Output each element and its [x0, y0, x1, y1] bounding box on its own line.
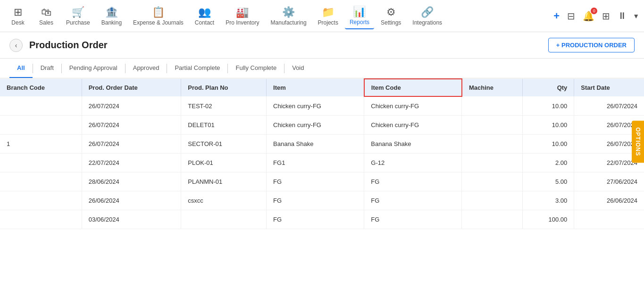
cell-qty: 2.00	[523, 154, 574, 172]
page-header: ‹ Production Order + PRODUCTION ORDER	[0, 32, 644, 59]
cell-item: FG1	[267, 154, 364, 172]
production-orders-table: Branch Code Prod. Order Date Prod. Plan …	[0, 78, 644, 229]
proinventory-icon: 🏭	[236, 6, 249, 18]
cell-item-code: FG	[364, 172, 462, 191]
nav-sales-label: Sales	[39, 19, 53, 26]
back-button[interactable]: ‹	[9, 39, 23, 52]
cell-branch-code	[0, 191, 82, 210]
nav-desk[interactable]: ⊞ Desk	[5, 3, 31, 29]
cell-machine	[462, 191, 523, 210]
nav-sales[interactable]: 🛍 Sales	[33, 3, 59, 29]
cell-branch-code: 1	[0, 135, 82, 154]
notification-badge: 0	[591, 8, 597, 14]
nav-reports[interactable]: 📊 Reports	[345, 3, 374, 29]
col-machine[interactable]: Machine	[462, 79, 523, 96]
back-icon: ‹	[15, 42, 17, 49]
desk-icon: ⊞	[14, 6, 22, 18]
cell-prod-plan-no: TEST-02	[181, 96, 267, 116]
nav-integrations-label: Integrations	[412, 19, 442, 26]
cell-prod-order-date: 26/07/2024	[82, 96, 181, 116]
pause-button[interactable]: ⏸	[616, 9, 629, 23]
options-sidebar[interactable]: OPTIONS	[632, 120, 644, 163]
table-row[interactable]: 26/07/2024 TEST-02 Chicken curry-FG Chic…	[0, 96, 644, 116]
col-qty[interactable]: Qty	[523, 79, 574, 96]
nav-proinventory-label: Pro Inventory	[226, 19, 259, 26]
tab-all-label: All	[17, 64, 25, 71]
tab-pending-approval[interactable]: Pending Approval	[62, 59, 125, 78]
col-item-code[interactable]: Item Code	[364, 79, 462, 96]
dropdown-chevron[interactable]: ▼	[633, 12, 639, 20]
cell-item: Chicken curry-FG	[267, 96, 364, 116]
nav-contact[interactable]: 👥 Contact	[190, 3, 219, 29]
cell-machine	[462, 154, 523, 172]
cell-prod-plan-no: SECTOR-01	[181, 135, 267, 154]
cell-prod-plan-no: DELET01	[181, 116, 267, 135]
tab-void[interactable]: Void	[284, 59, 311, 78]
apps-button[interactable]: ⊞	[600, 9, 612, 24]
nav-settings-label: Settings	[381, 19, 401, 26]
tab-partial-complete[interactable]: Partial Complete	[167, 59, 227, 78]
col-item[interactable]: Item	[267, 79, 364, 96]
nav-integrations[interactable]: 🔗 Integrations	[408, 3, 447, 29]
cell-item-code: Banana Shake	[364, 135, 462, 154]
add-nav-button[interactable]: +	[552, 8, 561, 24]
expense-icon: 📋	[152, 6, 165, 18]
tab-pending-label: Pending Approval	[69, 64, 117, 71]
tab-draft[interactable]: Draft	[33, 59, 61, 78]
table-header-row: Branch Code Prod. Order Date Prod. Plan …	[0, 79, 644, 96]
col-branch-code[interactable]: Branch Code	[0, 79, 82, 96]
cell-prod-plan-no: PLOK-01	[181, 154, 267, 172]
nav-manufacturing[interactable]: ⚙️ Manufacturing	[266, 3, 311, 29]
nav-purchase[interactable]: 🛒 Purchase	[61, 3, 95, 29]
table-row[interactable]: 26/07/2024 DELET01 Chicken curry-FG Chic…	[0, 116, 644, 135]
table-row[interactable]: 03/06/2024 FG FG 100.00	[0, 210, 644, 229]
tab-fully-label: Fully Complete	[235, 64, 276, 71]
projects-icon: 📁	[322, 6, 335, 18]
notification-button[interactable]: 🔔 0	[581, 9, 596, 24]
table-row[interactable]: 26/06/2024 csxcc FG FG 3.00 26/06/2024	[0, 191, 644, 210]
tab-approved[interactable]: Approved	[125, 59, 167, 78]
col-start-date[interactable]: Start Date	[574, 79, 644, 96]
tab-partial-label: Partial Complete	[175, 64, 220, 71]
nav-reports-label: Reports	[350, 19, 369, 26]
nav-banking-label: Banking	[101, 19, 122, 26]
manufacturing-icon: ⚙️	[282, 6, 295, 18]
table-row[interactable]: 1 26/07/2024 SECTOR-01 Banana Shake Bana…	[0, 135, 644, 154]
sales-icon: 🛍	[41, 6, 51, 18]
options-label: OPTIONS	[635, 127, 641, 156]
cell-item-code: FG	[364, 210, 462, 229]
nav-expense[interactable]: 📋 Expense & Journals	[128, 3, 188, 29]
cell-prod-order-date: 28/06/2024	[82, 172, 181, 191]
cell-machine	[462, 172, 523, 191]
nav-manufacturing-label: Manufacturing	[271, 19, 307, 26]
reports-icon: 📊	[353, 6, 366, 18]
cell-branch-code	[0, 116, 82, 135]
tab-all[interactable]: All	[9, 59, 33, 78]
col-prod-plan-no[interactable]: Prod. Plan No	[181, 79, 267, 96]
nav-expense-label: Expense & Journals	[133, 19, 184, 26]
col-prod-order-date[interactable]: Prod. Order Date	[82, 79, 181, 96]
cell-item-code: Chicken curry-FG	[364, 116, 462, 135]
nav-banking[interactable]: 🏦 Banking	[97, 3, 126, 29]
table-row[interactable]: 22/07/2024 PLOK-01 FG1 G-12 2.00 22/07/2…	[0, 154, 644, 172]
table-row[interactable]: 28/06/2024 PLANMN-01 FG FG 5.00 27/06/20…	[0, 172, 644, 191]
cell-item: Banana Shake	[267, 135, 364, 154]
nav-settings[interactable]: ⚙ Settings	[376, 3, 406, 29]
cell-branch-code	[0, 172, 82, 191]
settings-icon: ⚙	[386, 6, 396, 18]
banking-icon: 🏦	[105, 6, 118, 18]
nav-proinventory[interactable]: 🏭 Pro Inventory	[221, 3, 264, 29]
cell-branch-code	[0, 154, 82, 172]
cell-machine	[462, 116, 523, 135]
grid-icon-button[interactable]: ⊟	[565, 9, 577, 24]
nav-desk-label: Desk	[11, 19, 24, 26]
add-production-order-button[interactable]: + PRODUCTION ORDER	[548, 38, 635, 52]
tab-fully-complete[interactable]: Fully Complete	[228, 59, 284, 78]
nav-projects[interactable]: 📁 Projects	[313, 3, 343, 29]
cell-prod-order-date: 22/07/2024	[82, 154, 181, 172]
cell-qty: 10.00	[523, 96, 574, 116]
cell-item-code: FG	[364, 191, 462, 210]
cell-qty: 10.00	[523, 135, 574, 154]
tab-draft-label: Draft	[41, 64, 54, 71]
cell-prod-plan-no: PLANMN-01	[181, 172, 267, 191]
